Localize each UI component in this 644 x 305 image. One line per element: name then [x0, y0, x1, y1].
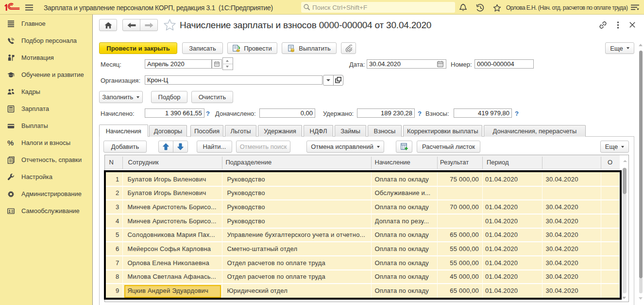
svg-text:%: % [7, 139, 14, 147]
